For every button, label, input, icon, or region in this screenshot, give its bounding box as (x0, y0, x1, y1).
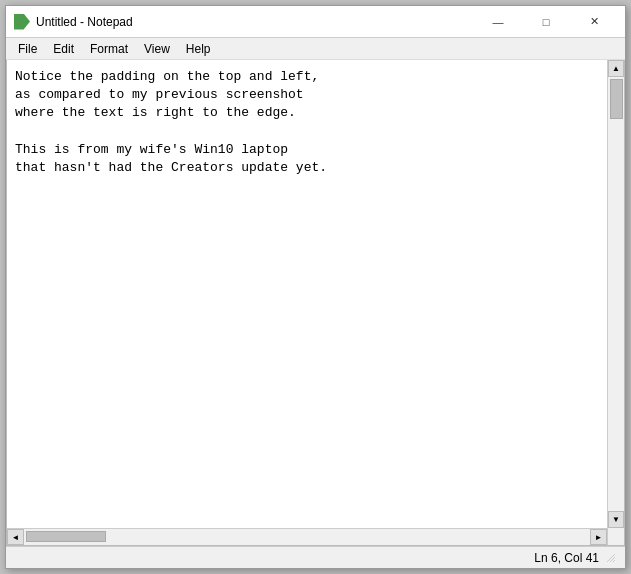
scroll-left-button[interactable]: ◄ (7, 529, 24, 545)
scroll-v-thumb[interactable] (610, 79, 623, 119)
notepad-icon (14, 14, 30, 30)
scroll-h-thumb[interactable] (26, 531, 106, 542)
maximize-button[interactable]: □ (523, 7, 569, 37)
scroll-right-button[interactable]: ► (590, 529, 607, 545)
scroll-right-icon: ► (595, 533, 603, 542)
horizontal-scrollbar[interactable]: ◄ ► (7, 528, 607, 545)
bottom-area: ◄ ► (7, 528, 624, 545)
editor-area: ▲ ▼ ◄ (6, 60, 625, 546)
menu-bar: File Edit Format View Help (6, 38, 625, 60)
notepad-window: Untitled - Notepad — □ ✕ File Edit Forma… (5, 5, 626, 569)
scroll-v-track[interactable] (608, 77, 624, 511)
scroll-up-icon: ▲ (612, 64, 620, 73)
menu-view[interactable]: View (136, 40, 178, 58)
text-editor[interactable] (7, 60, 607, 528)
menu-file[interactable]: File (10, 40, 45, 58)
title-bar: Untitled - Notepad — □ ✕ (6, 6, 625, 38)
menu-help[interactable]: Help (178, 40, 219, 58)
scroll-down-icon: ▼ (612, 515, 620, 524)
resize-grip[interactable] (605, 552, 617, 564)
svg-line-2 (613, 560, 615, 562)
menu-format[interactable]: Format (82, 40, 136, 58)
window-title: Untitled - Notepad (36, 15, 475, 29)
scroll-left-icon: ◄ (12, 533, 20, 542)
h-scroll-row: ◄ ► (7, 528, 624, 545)
cursor-position: Ln 6, Col 41 (534, 551, 599, 565)
scroll-down-button[interactable]: ▼ (608, 511, 624, 528)
window-controls: — □ ✕ (475, 7, 617, 37)
vertical-scrollbar[interactable]: ▲ ▼ (607, 60, 624, 528)
scrollbar-corner (607, 528, 624, 545)
menu-edit[interactable]: Edit (45, 40, 82, 58)
minimize-button[interactable]: — (475, 7, 521, 37)
close-button[interactable]: ✕ (571, 7, 617, 37)
editor-content: ▲ ▼ (7, 60, 624, 528)
status-bar: Ln 6, Col 41 (6, 546, 625, 568)
scroll-up-button[interactable]: ▲ (608, 60, 624, 77)
scroll-h-track[interactable] (24, 529, 590, 545)
